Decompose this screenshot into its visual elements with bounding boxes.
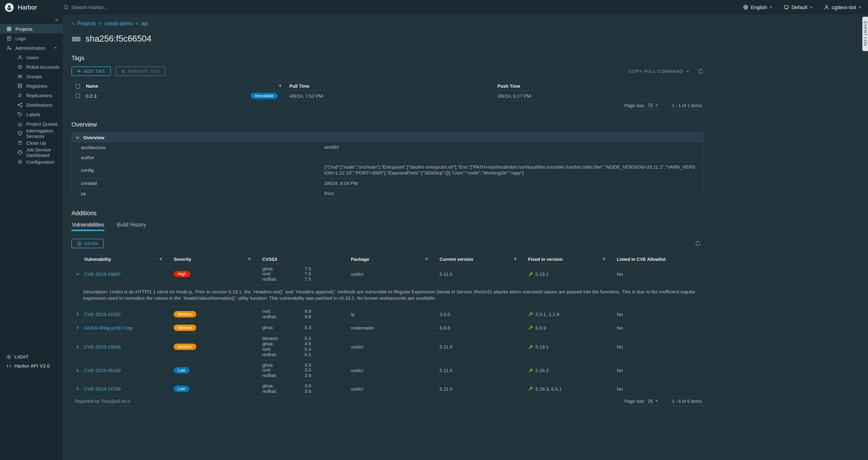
breadcrumb-link-api[interactable]: api xyxy=(141,21,148,26)
tags-table-header: Name Pull Time Push Time xyxy=(71,82,704,91)
tag-push-time: 3/6/24, 6:17 PM xyxy=(497,93,704,98)
expand-row-chevron-icon[interactable] xyxy=(75,368,80,372)
overview-key: config xyxy=(72,167,324,173)
cvss-source: nvd: xyxy=(262,368,271,373)
vulnerability-link[interactable]: GHSA-9h6g-pr28-7cqp xyxy=(84,325,133,330)
theme-dropdown[interactable]: Default xyxy=(784,4,813,10)
expand-row-chevron-icon[interactable] xyxy=(75,345,80,349)
search-input[interactable] xyxy=(71,4,176,10)
breadcrumb-separator: < xyxy=(71,21,74,26)
vulnerability-link[interactable]: CVE-2023-42282 xyxy=(84,311,121,317)
cve-allowlist-cell: No xyxy=(611,368,704,373)
user-icon xyxy=(824,4,829,10)
filter-icon[interactable] xyxy=(247,257,251,261)
vulnerability-link[interactable]: CVE-2023-45143 xyxy=(84,368,121,373)
language-dropdown[interactable]: English xyxy=(743,4,773,10)
brand-title: Harbor xyxy=(18,4,37,11)
expand-row-chevron-icon[interactable] xyxy=(75,326,80,330)
column-cvss3: CVSS3 xyxy=(262,257,277,262)
sidebar-item-label: Projects xyxy=(16,26,33,31)
sidebar-item-configuration[interactable]: Configuration xyxy=(0,157,63,166)
cvss3-cell: nvd:9.8redhat:9.8 xyxy=(256,309,345,319)
fixed-version: 5.19.1 xyxy=(535,271,549,277)
cvss-source: redhat: xyxy=(262,314,277,319)
severity-badge: High xyxy=(174,271,190,277)
sidebar-item-groups[interactable]: Groups xyxy=(0,71,63,81)
filter-icon[interactable] xyxy=(278,84,282,88)
event-log-tab[interactable]: EVENT LOG xyxy=(862,17,868,51)
vulnerability-link[interactable]: CVE-2023-23936 xyxy=(84,344,121,350)
copy-pull-command-button[interactable]: COPY PULL COMMAND xyxy=(628,69,690,74)
artifact-detail-page: <Projects<cnask-demo<api sha256:f5c66504… xyxy=(71,14,704,406)
overview-accordion-header[interactable]: Overview xyxy=(72,133,703,142)
chevron-down-icon xyxy=(75,135,80,139)
tab-build-history[interactable]: Build History xyxy=(116,220,146,231)
topbar-right: English Default cgdevx-bot xyxy=(743,4,862,10)
overview-row: oslinux xyxy=(72,188,703,198)
refresh-icon[interactable] xyxy=(698,68,704,74)
vulnerability-row: CVE-2023-24807Highghsa:7.5nvd:7.5redhat:… xyxy=(71,264,704,285)
projects-icon xyxy=(6,26,12,31)
sidebar-item-clean-up[interactable]: Clean Up xyxy=(0,138,63,147)
top-navbar: Harbor English Default cgdevx-bot xyxy=(0,0,868,14)
expand-row-chevron-icon[interactable] xyxy=(75,387,80,391)
sidebar-item-administration[interactable]: Administration xyxy=(0,43,63,53)
refresh-icon[interactable] xyxy=(695,240,701,246)
cvss-source: ghsa: xyxy=(262,341,274,347)
vuln-table-body: CVE-2023-24807Highghsa:7.5nvd:7.5redhat:… xyxy=(71,264,704,397)
tags-toolbar: ADD TAG REMOVE TAG COPY PULL COMMAND xyxy=(71,66,704,76)
sidebar-item-logs[interactable]: Logs xyxy=(0,33,63,43)
sidebar-item-job-service-dashboard[interactable]: Job Service Dashboard xyxy=(0,147,63,157)
sidebar-item-registries[interactable]: Registries xyxy=(0,81,63,91)
caret-down-icon xyxy=(655,399,658,403)
vulnerability-link[interactable]: CVE-2024-24758 xyxy=(84,386,121,392)
expand-row-chevron-icon[interactable] xyxy=(75,312,80,316)
sidebar-item-interrogation-services[interactable]: Interrogation Services xyxy=(0,128,63,138)
breadcrumb-link-projects[interactable]: Projects xyxy=(77,21,96,26)
sidebar-item-users[interactable]: Users xyxy=(0,53,63,62)
page-size-select[interactable]: 15 xyxy=(647,102,659,108)
vulnerability-link[interactable]: CVE-2023-24807 xyxy=(84,271,121,277)
caret-down-icon xyxy=(809,5,813,9)
tab-vulnerabilities[interactable]: Vulnerabilities xyxy=(71,220,104,231)
tags-heading: Tags xyxy=(71,55,704,62)
user-dropdown[interactable]: cgdevx-bot xyxy=(824,4,862,10)
column-current-version: Current version xyxy=(439,257,473,262)
brand[interactable]: Harbor xyxy=(4,2,37,12)
package-cell: undici xyxy=(345,271,433,277)
scan-button[interactable]: SCAN xyxy=(71,238,103,248)
sidebar-item-projects[interactable]: Projects xyxy=(0,24,63,33)
filter-icon[interactable] xyxy=(602,257,606,261)
filter-icon[interactable] xyxy=(425,257,429,261)
package-cell: undici xyxy=(345,368,433,373)
wrench-icon xyxy=(528,271,533,276)
select-all-checkbox[interactable] xyxy=(75,84,80,88)
cvss-source: ghsa: xyxy=(262,362,274,368)
filter-icon[interactable] xyxy=(159,257,163,261)
theme-toggle-light[interactable]: LIGHT xyxy=(6,355,50,359)
sidebar-item-label: Labels xyxy=(26,111,40,117)
sidebar-collapse-button[interactable]: « xyxy=(51,14,63,24)
overview-panel-title: Overview xyxy=(83,135,104,140)
overview-value: {"Cmd":["node","src/main"],"Entrypoint":… xyxy=(324,162,703,178)
add-tag-button[interactable]: ADD TAG xyxy=(71,66,111,76)
vulnerability-description: Description: Undici is an HTTP/1.1 clien… xyxy=(71,285,704,306)
pagination-range: 1 - 6 of 6 items xyxy=(672,399,702,404)
page-size-select[interactable]: 25 xyxy=(647,398,659,404)
project-quotas-icon xyxy=(17,121,23,126)
sidebar-item-labels[interactable]: Labels xyxy=(0,109,63,119)
sidebar-item-robot-accounts[interactable]: Robot Accounts xyxy=(0,62,63,71)
remove-tag-button[interactable]: REMOVE TAG xyxy=(115,66,165,76)
tag-row-checkbox[interactable] xyxy=(75,93,80,98)
filter-icon[interactable] xyxy=(513,257,517,261)
harbor-api-link[interactable]: Harbor API V2.0 xyxy=(6,363,50,368)
sidebar-item-project-quotas[interactable]: Project Quotas xyxy=(0,119,63,128)
breadcrumb-link-cnask-demo[interactable]: cnask-demo xyxy=(104,21,133,26)
wrench-icon xyxy=(528,325,533,330)
collapse-row-chevron-icon[interactable] xyxy=(75,272,80,276)
package-cell: undici xyxy=(345,344,433,350)
sidebar-item-distributions[interactable]: Distributions xyxy=(0,100,63,109)
page-title: sha256:f5c66504 xyxy=(71,34,704,44)
sidebar-item-replications[interactable]: Replications xyxy=(0,91,63,100)
column-fixed-in-version: Fixed in version xyxy=(528,257,562,262)
